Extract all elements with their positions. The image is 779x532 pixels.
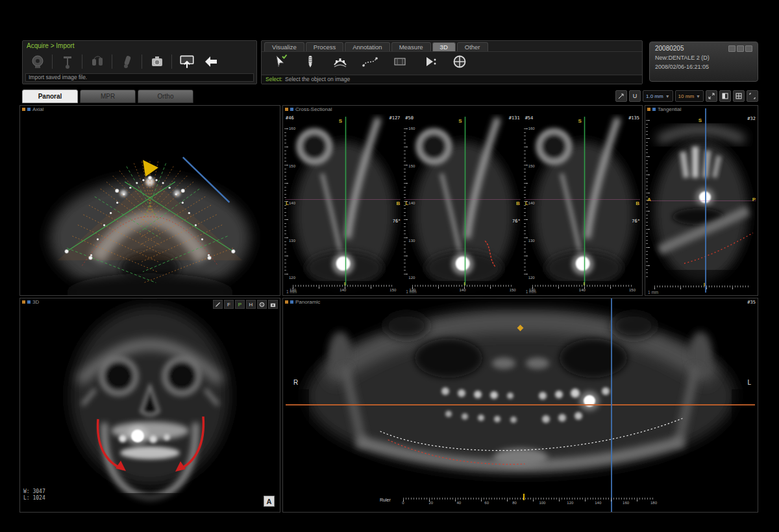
- pencil-glyph: [215, 302, 221, 308]
- ct-scanner-icon[interactable]: [25, 52, 49, 71]
- horizontal-ruler: 130140150: [293, 285, 393, 293]
- face-mask-icon[interactable]: [447, 52, 471, 71]
- tab-annotation[interactable]: Annotation: [345, 42, 390, 51]
- pano-mode-label: P: [238, 302, 241, 308]
- scale-label: 1 mm: [286, 289, 297, 294]
- cross-sectional-viewport: Cross-Sectional 160150140130120 13014015…: [282, 105, 643, 296]
- nerve-canal-mark: [403, 114, 521, 295]
- import-glyph: [178, 53, 196, 70]
- pano-plane-line[interactable]: [286, 404, 755, 405]
- slice-number-right: #131: [509, 115, 520, 121]
- volume-3d-image: [20, 298, 280, 512]
- layout-tab-ortho[interactable]: Ortho: [138, 90, 193, 103]
- tab-other[interactable]: Other: [457, 42, 488, 51]
- cross-ct-image: [284, 114, 402, 295]
- viewport-label: Axial: [22, 106, 43, 112]
- arch-model-icon[interactable]: [328, 52, 352, 71]
- orient-inferior: I: [344, 281, 345, 287]
- ribbon-tabs: Visualize Process Annotation Measure 3D …: [262, 41, 642, 51]
- chevron-down-icon: ▼: [696, 94, 700, 99]
- ribbon-toolbar: [262, 51, 642, 71]
- ruler-position-marker: [523, 494, 525, 500]
- restore-icon[interactable]: [737, 45, 744, 52]
- interval-select[interactable]: 10 mm ▼: [675, 90, 704, 102]
- tangential-reference-line[interactable]: [705, 108, 706, 293]
- implant-icon[interactable]: [298, 52, 322, 71]
- clip-play-icon[interactable]: [417, 52, 441, 71]
- orange-marker-icon: [22, 108, 25, 111]
- select-arrow-glyph: [273, 54, 288, 69]
- close-icon[interactable]: [745, 45, 752, 52]
- tab-measure[interactable]: Measure: [391, 42, 431, 51]
- slice-number-right: #127: [389, 115, 400, 121]
- select-arrow-icon[interactable]: [268, 52, 292, 71]
- hide-button[interactable]: H: [246, 300, 256, 309]
- back-arrow-icon[interactable]: [199, 52, 223, 71]
- pano-mode-button[interactable]: P: [235, 300, 245, 309]
- separator: [112, 54, 112, 69]
- acquire-toolbar: [23, 51, 256, 72]
- pano-plane-line: [525, 199, 640, 200]
- cross-slice-3[interactable]: 160150140130120 130140150 #54 #135 76° S…: [523, 114, 641, 295]
- slice-number: #35: [747, 300, 756, 305]
- orange-marker-icon: [285, 300, 288, 304]
- minimize-icon[interactable]: [728, 45, 736, 52]
- viewport-label: Tangential: [647, 106, 681, 112]
- nerve-curve-icon[interactable]: [358, 52, 382, 71]
- fit-glyph: [708, 93, 715, 99]
- cross-slice-2[interactable]: 160150140130120 130140150 #50 #131 76° S…: [403, 114, 521, 295]
- slice-reference-line[interactable]: [345, 117, 346, 285]
- status-label: Select:: [266, 76, 282, 82]
- tab-process[interactable]: Process: [306, 42, 343, 51]
- probe-icon[interactable]: [115, 52, 139, 71]
- orient-superior: S: [578, 118, 581, 124]
- panoramic-viewport[interactable]: Panoramic: [282, 298, 758, 513]
- roi-box-icon[interactable]: [388, 52, 412, 71]
- slice-number: #32: [747, 116, 756, 121]
- panoramic-curve-overlay[interactable]: [20, 106, 280, 295]
- layout-tabs: Panoral MPR Ortho: [22, 90, 193, 103]
- panorama-unit-icon[interactable]: [55, 52, 79, 71]
- slice-reference-line[interactable]: [465, 117, 465, 285]
- volume-3d-viewport[interactable]: 3D F P H: [19, 298, 280, 513]
- layout-bar: Panoral MPR Ortho U 1.0 mm ▼ 10 mm ▼: [22, 88, 758, 104]
- orange-marker-icon: [647, 108, 650, 111]
- blue-marker-icon: [27, 108, 31, 111]
- volume-toolbar: F P H: [213, 300, 278, 309]
- tab-3d[interactable]: 3D: [432, 42, 456, 51]
- crop-corner-icon[interactable]: [747, 90, 758, 102]
- window-buttons: [728, 45, 752, 52]
- orient-superior: S: [339, 118, 342, 124]
- camera-icon[interactable]: [145, 52, 169, 71]
- fit-icon[interactable]: [706, 90, 717, 102]
- horizontal-ruler: 130140150: [412, 285, 512, 293]
- sphere-icon[interactable]: [257, 300, 267, 309]
- undo-button[interactable]: U: [629, 90, 641, 102]
- tab-visualize[interactable]: Visualize: [264, 42, 304, 51]
- orient-inferior: I: [464, 281, 465, 287]
- acquire-panel-title: Acquire > Import: [23, 41, 256, 51]
- orientation-cube[interactable]: A: [264, 496, 275, 507]
- axial-viewport[interactable]: Axial: [19, 105, 280, 296]
- invert-icon[interactable]: [719, 90, 731, 102]
- pointer-icon[interactable]: [615, 90, 627, 102]
- cross-slice-1[interactable]: 160150140130120 130140150 #46 #127 76° S…: [284, 114, 402, 295]
- capture-icon[interactable]: [268, 300, 278, 309]
- orient-lingual: L: [286, 200, 289, 206]
- cross-position-line[interactable]: [611, 298, 612, 512]
- separator: [82, 54, 82, 69]
- front-view-button[interactable]: F: [224, 300, 234, 309]
- crop-corner-glyph: [749, 93, 756, 99]
- layout-tab-mpr[interactable]: MPR: [80, 90, 136, 103]
- slice-reference-line[interactable]: [584, 117, 585, 285]
- orange-marker-icon: [285, 108, 288, 111]
- pencil-icon[interactable]: [213, 300, 223, 309]
- invert-glyph: [722, 93, 728, 99]
- panoramic-label: Panoramic: [295, 299, 320, 305]
- import-icon[interactable]: [175, 52, 199, 71]
- grid-icon[interactable]: [733, 90, 745, 102]
- layout-tab-panoral[interactable]: Panoral: [22, 90, 78, 103]
- sensor-icon[interactable]: [85, 52, 109, 71]
- tangential-viewport[interactable]: Tangential #32 S I A P 1 mm: [645, 105, 758, 296]
- thickness-select[interactable]: 1.0 mm ▼: [643, 90, 673, 102]
